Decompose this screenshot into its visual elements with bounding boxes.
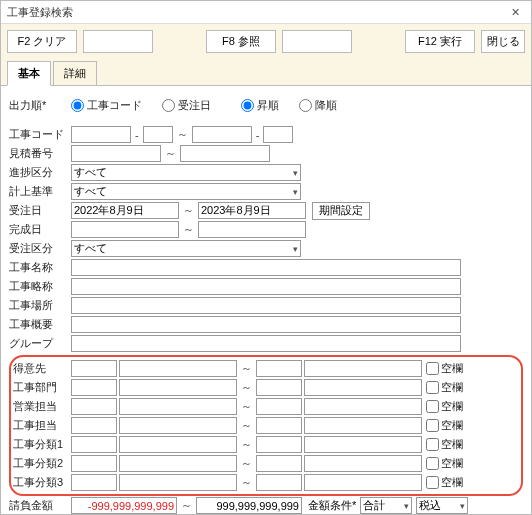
tab-basic[interactable]: 基本 — [7, 61, 51, 86]
radio-code[interactable] — [71, 99, 84, 112]
cls3-row: 工事分類3 ～ 空欄 — [13, 473, 519, 492]
toolbar: F2 クリア F8 参照 F12 実行 閉じる — [1, 24, 531, 58]
f2-clear-button[interactable]: F2 クリア — [7, 30, 77, 53]
close-button[interactable]: 閉じる — [481, 30, 525, 53]
tab-detail[interactable]: 詳細 — [53, 61, 97, 86]
f8-reference-button[interactable]: F8 参照 — [206, 30, 276, 53]
sales-name-from[interactable] — [119, 398, 237, 415]
sales-blank-check[interactable] — [426, 400, 439, 413]
cls1-name-from[interactable] — [119, 436, 237, 453]
cls3-blank-label: 空欄 — [441, 475, 463, 490]
label-cls2: 工事分類2 — [13, 456, 71, 471]
orderdate-to[interactable]: 2023年8月9日 — [198, 202, 306, 219]
titlebar: 工事登録検索 ✕ — [1, 1, 531, 24]
amt-tax-value: 税込 — [419, 498, 441, 513]
cls1-name-to[interactable] — [304, 436, 422, 453]
sep-dash-1: - — [135, 129, 139, 141]
place-input[interactable] — [71, 297, 461, 314]
cls3-code-from[interactable] — [71, 474, 117, 491]
amt-tax-select[interactable]: 税込 ▾ — [416, 497, 468, 514]
dept-blank-check[interactable] — [426, 381, 439, 394]
cls3-blank-check[interactable] — [426, 476, 439, 489]
dialog-window: 工事登録検索 ✕ F2 クリア F8 参照 F12 実行 閉じる 基本 詳細 出… — [0, 0, 532, 515]
cls1-code-from[interactable] — [71, 436, 117, 453]
completedate-to[interactable] — [198, 221, 306, 238]
name-input[interactable] — [71, 259, 461, 276]
staff-code-from[interactable] — [71, 417, 117, 434]
customer-blank-check[interactable] — [426, 362, 439, 375]
cls3-name-to[interactable] — [304, 474, 422, 491]
sep-range-cls1: ～ — [241, 437, 252, 452]
summary-input[interactable] — [71, 316, 461, 333]
cls2-name-from[interactable] — [119, 455, 237, 472]
dept-code-to[interactable] — [256, 379, 302, 396]
toolbar-empty-button-1[interactable] — [83, 30, 153, 53]
ordercls-value: すべて — [74, 241, 107, 256]
label-sort: 出力順* — [9, 98, 71, 113]
stdbase-select[interactable]: すべて ▾ — [71, 183, 301, 200]
label-cls3: 工事分類3 — [13, 475, 71, 490]
progress-value: すべて — [74, 165, 107, 180]
name-row: 工事名称 — [9, 258, 523, 277]
ordercls-select[interactable]: すべて ▾ — [71, 240, 301, 257]
period-button[interactable]: 期間設定 — [312, 202, 370, 220]
cls2-code-from[interactable] — [71, 455, 117, 472]
sales-name-to[interactable] — [304, 398, 422, 415]
code-from-1[interactable] — [71, 126, 131, 143]
estno-from[interactable] — [71, 145, 161, 162]
orderdate-row: 受注日 2022年8月9日 ～ 2023年8月9日 期間設定 — [9, 201, 523, 220]
sales-code-from[interactable] — [71, 398, 117, 415]
estno-to[interactable] — [180, 145, 270, 162]
label-name: 工事名称 — [9, 260, 71, 275]
progress-row: 進捗区分 すべて ▾ — [9, 163, 523, 182]
code-to-2[interactable] — [263, 126, 293, 143]
cls3-code-to[interactable] — [256, 474, 302, 491]
highlight-section: 得意先 ～ 空欄 工事部門 ～ 空欄 営業担当 — [9, 355, 523, 496]
cls1-blank-check[interactable] — [426, 438, 439, 451]
tabs: 基本 詳細 — [1, 58, 531, 86]
customer-code-from[interactable] — [71, 360, 117, 377]
billamt-from[interactable] — [71, 497, 177, 514]
group-row: グループ — [9, 334, 523, 353]
label-staff: 工事担当 — [13, 418, 71, 433]
orderdate-to-value: 2023年8月9日 — [201, 203, 271, 218]
cls2-name-to[interactable] — [304, 455, 422, 472]
sep-range-billamt: ～ — [181, 498, 192, 513]
staff-name-to[interactable] — [304, 417, 422, 434]
label-orderdate: 受注日 — [9, 203, 71, 218]
f12-execute-button[interactable]: F12 実行 — [405, 30, 475, 53]
code-from-2[interactable] — [143, 126, 173, 143]
orderdate-from[interactable]: 2022年8月9日 — [71, 202, 179, 219]
form-body: 出力順* 工事コード 受注日 昇順 降順 工事コード - ～ - 見積番号 ～ — [1, 86, 531, 514]
staff-blank-label: 空欄 — [441, 418, 463, 433]
completedate-from[interactable] — [71, 221, 179, 238]
radio-desc-label: 降順 — [315, 98, 337, 113]
group-input[interactable] — [71, 335, 461, 352]
progress-select[interactable]: すべて ▾ — [71, 164, 301, 181]
close-icon[interactable]: ✕ — [505, 3, 525, 21]
toolbar-empty-button-2[interactable] — [282, 30, 352, 53]
radio-date[interactable] — [162, 99, 175, 112]
cls3-name-from[interactable] — [119, 474, 237, 491]
dept-code-from[interactable] — [71, 379, 117, 396]
dept-name-to[interactable] — [304, 379, 422, 396]
customer-name-from[interactable] — [119, 360, 237, 377]
customer-name-to[interactable] — [304, 360, 422, 377]
abbr-input[interactable] — [71, 278, 461, 295]
label-cls1: 工事分類1 — [13, 437, 71, 452]
cls2-code-to[interactable] — [256, 455, 302, 472]
staff-code-to[interactable] — [256, 417, 302, 434]
radio-asc[interactable] — [241, 99, 254, 112]
cls1-code-to[interactable] — [256, 436, 302, 453]
radio-desc[interactable] — [299, 99, 312, 112]
dept-name-from[interactable] — [119, 379, 237, 396]
sales-code-to[interactable] — [256, 398, 302, 415]
customer-code-to[interactable] — [256, 360, 302, 377]
label-place: 工事場所 — [9, 298, 71, 313]
billamt-to[interactable] — [196, 497, 302, 514]
cls2-blank-check[interactable] — [426, 457, 439, 470]
code-to-1[interactable] — [192, 126, 252, 143]
amt-agg-select[interactable]: 合計 ▾ — [360, 497, 412, 514]
staff-name-from[interactable] — [119, 417, 237, 434]
staff-blank-check[interactable] — [426, 419, 439, 432]
